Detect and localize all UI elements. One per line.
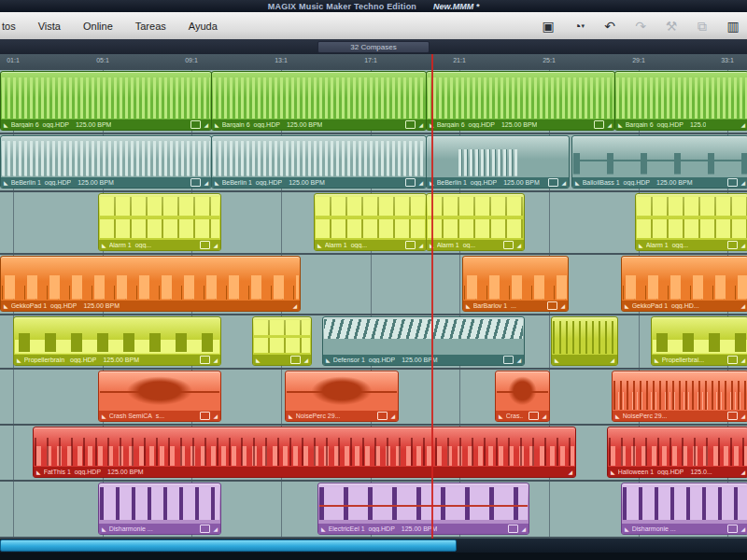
fx-badge[interactable]	[727, 525, 738, 533]
fade-out-handle-icon[interactable]: ◢	[516, 356, 521, 365]
fade-in-handle-icon[interactable]: ◣	[625, 301, 629, 311]
fade-out-handle-icon[interactable]: ◢	[740, 178, 745, 188]
menu-item-online[interactable]: Online	[83, 21, 113, 32]
fade-out-handle-icon[interactable]: ◢	[213, 412, 218, 421]
fade-out-handle-icon[interactable]: ◢	[740, 468, 745, 477]
fx-badge[interactable]	[405, 178, 416, 187]
audio-clip[interactable]: ◣Bargain 6_ogg.HDP125.00 BPM◢	[211, 71, 427, 131]
fade-in-handle-icon[interactable]: ◣	[256, 356, 261, 365]
fade-out-handle-icon[interactable]: ◢	[740, 525, 745, 534]
fade-in-handle-icon[interactable]: ◣	[289, 412, 293, 421]
fx-badge[interactable]	[290, 356, 301, 364]
bar-ruler[interactable]: 01:105:109:113:117:121:125:129:133:1	[0, 54, 747, 71]
dropdown-caret-icon[interactable]: ▾	[581, 22, 585, 29]
fade-out-handle-icon[interactable]: ◢	[213, 241, 218, 250]
menu-item-vista[interactable]: Vista	[38, 21, 61, 32]
fade-out-handle-icon[interactable]: ◢	[303, 356, 308, 365]
audio-clip[interactable]: ◣NoisePerc 29...◢	[612, 371, 747, 422]
audio-clip[interactable]: ◣NoisePerc 29...◢	[285, 371, 399, 422]
audio-clip[interactable]: ◣Alarm 1_ogg...◢	[98, 193, 221, 251]
fade-in-handle-icon[interactable]: ◣	[618, 120, 623, 130]
audio-clip[interactable]: ◣BarBarlov 1_...◢	[462, 256, 569, 312]
fade-out-handle-icon[interactable]: ◢	[418, 241, 423, 250]
menu-item-ayuda[interactable]: Ayuda	[189, 21, 218, 32]
audio-clip[interactable]: ◣◢	[551, 316, 618, 366]
fade-out-handle-icon[interactable]: ◢	[568, 468, 572, 477]
fade-out-handle-icon[interactable]: ◢	[204, 178, 208, 188]
fx-badge[interactable]	[200, 412, 210, 420]
fade-out-handle-icon[interactable]: ◢	[292, 301, 297, 311]
fx-badge[interactable]	[594, 120, 604, 129]
fade-out-handle-icon[interactable]: ◢	[740, 412, 745, 421]
fade-in-handle-icon[interactable]: ◣	[102, 241, 106, 250]
fade-in-handle-icon[interactable]: ◣	[499, 412, 503, 421]
paste-icon[interactable]: ▥	[725, 20, 741, 33]
menu-item-tos[interactable]: tos	[2, 21, 16, 32]
fade-out-handle-icon[interactable]: ◢	[740, 241, 745, 250]
fade-in-handle-icon[interactable]: ◣	[317, 241, 322, 250]
fade-in-handle-icon[interactable]: ◣	[625, 525, 629, 534]
audio-clip[interactable]: ◣Cras...◢	[495, 371, 550, 422]
audio-clip[interactable]: ◣FatThis 1_ogg.HDP125.00 BPM◢	[33, 427, 576, 478]
menu-item-tareas[interactable]: Tareas	[135, 21, 166, 32]
fx-badge[interactable]	[503, 356, 514, 364]
fade-out-handle-icon[interactable]: ◢	[740, 301, 745, 311]
audio-clip[interactable]: ◣Propellerbrain _ogg.HDP125.00 BPM◢	[13, 316, 221, 366]
audio-clip[interactable]: ◣Propellerbrai...◢	[651, 316, 747, 366]
fade-out-handle-icon[interactable]: ◢	[390, 412, 395, 421]
audio-clip[interactable]: ◣BeBerlin 1_ogg.HDP125.00 BPM◢	[426, 135, 570, 189]
audio-clip[interactable]: ◣Disharmonie ...◢	[621, 483, 747, 535]
fade-in-handle-icon[interactable]: ◣	[611, 468, 615, 477]
fx-badge[interactable]	[548, 178, 558, 187]
fade-in-handle-icon[interactable]: ◣	[36, 468, 41, 477]
fade-out-handle-icon[interactable]: ◢	[740, 356, 745, 365]
fade-out-handle-icon[interactable]: ◢	[213, 356, 218, 365]
fx-badge[interactable]	[200, 241, 210, 249]
fade-in-handle-icon[interactable]: ◣	[4, 301, 8, 311]
audio-clip[interactable]: ◣Alarm 1_ogg...◢	[314, 193, 427, 251]
fx-badge[interactable]	[190, 120, 201, 129]
fade-out-handle-icon[interactable]: ◢	[560, 301, 565, 311]
fade-out-handle-icon[interactable]: ◢	[418, 178, 423, 188]
audio-clip[interactable]: ◣Bargain 6_ogg.HDP125.0◢	[614, 71, 747, 131]
fade-in-handle-icon[interactable]: ◣	[321, 525, 326, 534]
audio-clip[interactable]: ◣Crash SemiCA_s...◢	[98, 371, 221, 422]
undo-icon[interactable]: ↶	[601, 20, 618, 33]
fade-in-handle-icon[interactable]: ◣	[466, 301, 471, 311]
fade-in-handle-icon[interactable]: ◣	[102, 412, 106, 421]
fx-badge[interactable]	[547, 301, 557, 310]
fade-in-handle-icon[interactable]: ◣	[615, 412, 620, 421]
fx-badge[interactable]	[405, 120, 416, 129]
fx-badge[interactable]	[377, 412, 388, 420]
fade-out-handle-icon[interactable]: ◢	[542, 412, 546, 421]
audio-clip[interactable]: ◣Bargain 6_ogg.HDP125.00 BPM◢	[426, 71, 615, 131]
fade-out-handle-icon[interactable]: ◢	[204, 120, 208, 130]
fade-in-handle-icon[interactable]: ◣	[17, 356, 21, 365]
fade-out-handle-icon[interactable]: ◢	[516, 241, 521, 250]
audio-clip[interactable]: ◣GekkoPad 1_ogg.HDP125.00 BPM◢	[0, 256, 301, 312]
fade-out-handle-icon[interactable]: ◢	[740, 120, 745, 130]
fx-badge[interactable]	[529, 412, 539, 420]
fx-badge[interactable]	[727, 178, 738, 187]
fade-in-handle-icon[interactable]: ◣	[215, 178, 219, 188]
fade-in-handle-icon[interactable]: ◣	[326, 356, 331, 365]
audio-clip[interactable]: ◣◢	[252, 316, 312, 366]
fade-in-handle-icon[interactable]: ◣	[655, 356, 659, 365]
fx-badge[interactable]	[405, 241, 416, 249]
horizontal-scrollbar[interactable]	[0, 539, 747, 553]
audio-clip[interactable]: ◣BeBerlin 1_ogg.HDP125.00 BPM◢	[0, 135, 212, 189]
fade-out-handle-icon[interactable]: ◢	[607, 120, 612, 130]
audio-clip[interactable]: ◣Bargain 6_ogg.HDP125.00 BPM◢	[0, 71, 212, 131]
fade-out-handle-icon[interactable]: ◢	[521, 525, 526, 534]
fade-in-handle-icon[interactable]: ◣	[215, 120, 219, 130]
fade-in-handle-icon[interactable]: ◣	[102, 525, 106, 534]
audio-clip[interactable]: ◣Disharmonie ...◢	[98, 483, 221, 535]
save-icon[interactable]: ▣	[540, 20, 557, 33]
fx-badge[interactable]	[200, 525, 210, 533]
fade-in-handle-icon[interactable]: ◣	[575, 178, 580, 188]
range-label[interactable]: 32 Compases	[317, 41, 429, 53]
audio-clip[interactable]: ◣Alarm 1_ogg...◢	[635, 193, 747, 251]
audio-clip[interactable]: ◣BalloilBass 1_ogg.HDP125.00 BPM◢	[571, 135, 747, 189]
fx-badge[interactable]	[200, 356, 210, 364]
fade-out-handle-icon[interactable]: ◢	[418, 120, 423, 130]
